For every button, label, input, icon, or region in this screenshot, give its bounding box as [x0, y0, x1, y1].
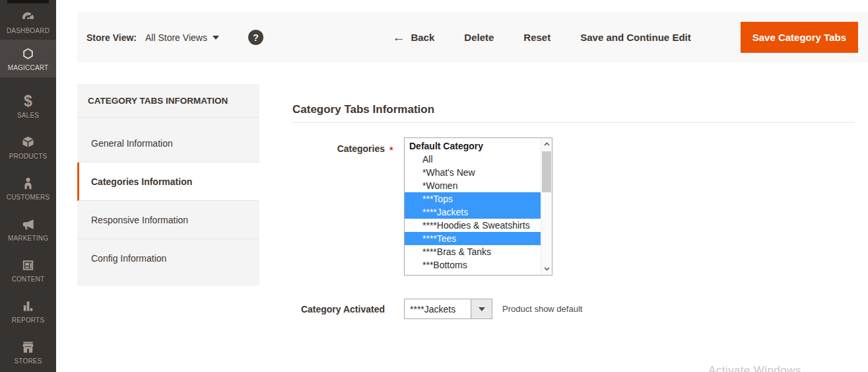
magiccart-icon [20, 46, 36, 61]
category-option[interactable]: ****Hoodies & Sweatshirts [405, 219, 541, 232]
required-asterisk: * [389, 145, 393, 155]
products-icon [20, 135, 36, 150]
sidebar-item-label: MARKETING [8, 235, 48, 242]
nav-item-categories-information[interactable]: Categories Information [77, 163, 259, 201]
page-title: Category Tabs Information [292, 99, 855, 123]
nav-item-general-information[interactable]: General Information [77, 124, 259, 163]
admin-sidebar: DASHBOARD MAGICCART $ SALES PRODUCTS CUS… [0, 0, 56, 372]
category-option[interactable]: ****Tees [405, 232, 541, 245]
back-arrow-icon: ← [392, 32, 405, 42]
category-option[interactable]: Default Category [405, 139, 541, 153]
sidebar-item-marketing[interactable]: MARKETING [0, 209, 56, 250]
nav-item-config-information[interactable]: Config Information [77, 239, 259, 278]
stores-icon [20, 340, 36, 355]
category-option[interactable]: ***Tops [405, 192, 541, 205]
help-icon[interactable]: ? [248, 30, 263, 45]
sidebar-item-reports[interactable]: REPORTS [0, 291, 56, 332]
sidebar-item-magiccart[interactable]: MAGICCART [0, 40, 56, 77]
store-view-switcher[interactable]: All Store Views [145, 32, 219, 43]
sidebar-item-label: CONTENT [12, 276, 45, 283]
listbox-scrollbar[interactable] [541, 138, 552, 275]
marketing-icon [20, 217, 36, 232]
sidebar-item-label: SALES [17, 112, 39, 119]
nav-item-responsive-information[interactable]: Responsive Information [77, 201, 259, 239]
category-option[interactable]: *Women [405, 179, 541, 192]
scrollbar-thumb[interactable] [542, 151, 551, 192]
sidebar-item-stores[interactable]: STORES [0, 332, 56, 372]
categories-listbox-options: Default CategoryAll*What's New*Women***T… [405, 139, 541, 272]
chevron-down-icon [479, 307, 485, 311]
sidebar-item-dashboard[interactable]: DASHBOARD [0, 3, 56, 40]
customers-icon [20, 176, 36, 191]
category-activated-field-label: Category Activated [292, 304, 385, 315]
chevron-down-icon [213, 36, 219, 40]
sidebar-item-label: DASHBOARD [7, 27, 50, 34]
sidebar-item-label: MAGICCART [8, 64, 49, 71]
sidebar-item-products[interactable]: PRODUCTS [0, 127, 56, 168]
category-activated-select[interactable]: ****Jackets [404, 299, 492, 319]
store-view-value: All Store Views [145, 32, 207, 43]
save-category-tabs-button[interactable]: Save Category Tabs [741, 22, 858, 53]
sidebar-item-label: STORES [14, 357, 42, 365]
sidebar-item-label: CUSTOMERS [7, 194, 50, 201]
category-option[interactable]: ****Bras & Tanks [405, 245, 541, 258]
categories-form-row: Categories * Default CategoryAll*What's … [292, 137, 855, 276]
dashboard-icon [20, 9, 36, 24]
activate-windows-watermark: Activate Windows [708, 364, 801, 372]
section-nav-spacer [77, 118, 259, 124]
page-actions-toolbar: Store View: All Store Views ? ← Back Del… [77, 12, 868, 63]
sales-icon: $ [24, 94, 32, 109]
toolbar-buttons: ← Back Delete Reset Save and Continue Ed… [392, 22, 858, 53]
categories-field-label: Categories [292, 143, 385, 154]
delete-button[interactable]: Delete [464, 32, 494, 43]
save-and-continue-button[interactable]: Save and Continue Edit [580, 32, 691, 43]
category-option[interactable]: *What's New [405, 166, 541, 179]
category-activated-form-row: Category Activated ****Jackets Product s… [292, 299, 855, 319]
section-nav-panel: CATEGORY TABS INFORMATION General Inform… [77, 84, 259, 286]
reports-icon [20, 299, 36, 314]
main-content: Category Tabs Information Categories * D… [292, 99, 855, 319]
back-button-label: Back [411, 32, 434, 43]
category-option[interactable]: All [405, 153, 541, 166]
sidebar-spacer [0, 77, 56, 86]
sidebar-item-label: REPORTS [12, 316, 45, 324]
category-option[interactable]: ****Jackets [405, 205, 541, 219]
sidebar-item-sales[interactable]: $ SALES [0, 86, 56, 127]
select-arrow-button[interactable] [471, 299, 492, 318]
store-view-label: Store View: [86, 32, 137, 43]
sidebar-item-label: PRODUCTS [9, 153, 48, 160]
scroll-down-icon[interactable] [541, 264, 552, 274]
scroll-up-icon[interactable] [541, 139, 552, 149]
content-icon [20, 258, 36, 273]
section-nav-header: CATEGORY TABS INFORMATION [77, 84, 259, 118]
category-activated-value: ****Jackets [405, 299, 471, 318]
field-note: Product show default [502, 304, 582, 314]
back-button[interactable]: ← Back [392, 32, 434, 43]
reset-button[interactable]: Reset [523, 32, 551, 43]
categories-listbox[interactable]: Default CategoryAll*What's New*Women***T… [404, 137, 552, 276]
sidebar-item-content[interactable]: CONTENT [0, 250, 56, 291]
category-option[interactable]: ***Bottoms [405, 258, 541, 272]
sidebar-item-customers[interactable]: CUSTOMERS [0, 168, 56, 209]
